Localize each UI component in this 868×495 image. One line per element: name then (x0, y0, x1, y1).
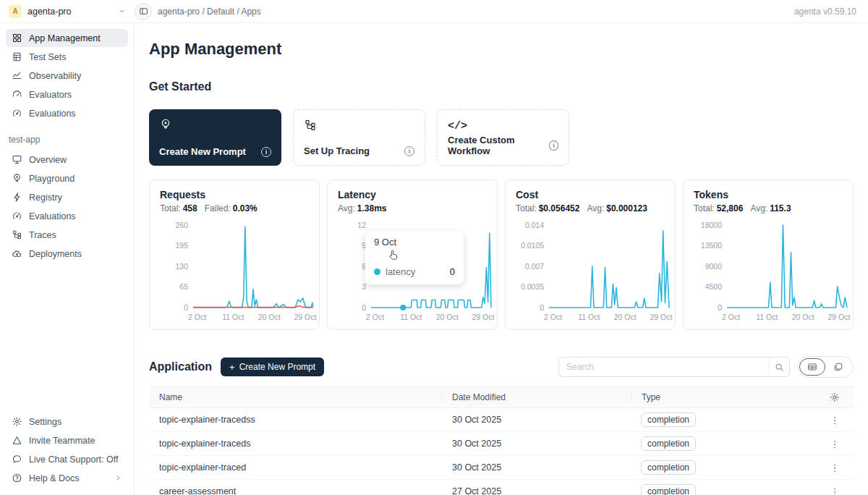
axis-tick-label: 29 Oct (650, 313, 672, 321)
column-header-date-modified[interactable]: Date Modified (441, 392, 631, 402)
sidebar-item-deployments[interactable]: Deployments (6, 245, 128, 263)
series-cost (549, 231, 669, 308)
monitor-icon (12, 154, 22, 165)
get-started-card-label: Create New Prompt (159, 146, 246, 157)
search-icon[interactable] (769, 358, 789, 376)
more-vertical-icon[interactable]: ⋮ (830, 486, 840, 495)
column-header-name[interactable]: Name (149, 392, 441, 402)
create-new-prompt-label: Create New Prompt (239, 362, 315, 372)
axis-tick-label: 4500 (705, 282, 723, 291)
speedometer-icon (12, 211, 22, 221)
metric-title: Cost (516, 189, 665, 200)
workspace-selector[interactable]: A agenta-pro (0, 5, 135, 18)
applications-table: Name Date Modified Type topic-explainer-… (149, 386, 854, 495)
app-name-cell[interactable]: topic-explainer-traced (149, 462, 441, 473)
table-row[interactable]: topic-explainer-traced30 Oct 2025complet… (149, 456, 854, 480)
chart-icon (12, 70, 22, 81)
table-row[interactable]: career-assessment27 Oct 2025completion⋮ (149, 480, 854, 495)
axis-tick-label: 18000 (701, 221, 722, 229)
table-row[interactable]: topic-explainer-traceds30 Oct 2025comple… (149, 432, 854, 456)
sidebar-item-label: Help & Docs (29, 473, 79, 483)
metric-stats: Total:458Failed:0.03% (160, 203, 309, 213)
metric-card-latency: LatencyAvg:1.38ms0369122 Oct11 Oct20 Oct… (327, 179, 498, 330)
table-header-row: Name Date Modified Type (149, 387, 854, 408)
sidebar-toggle-button[interactable] (135, 3, 152, 20)
create-new-prompt-button[interactable]: + Create New Prompt (221, 358, 324, 376)
hovered-point-marker (400, 305, 406, 310)
sidebar-item-overview[interactable]: Overview (6, 151, 128, 169)
metric-stat: Avg:1.38ms (338, 203, 387, 213)
sidebar-item-app-management[interactable]: App Management (6, 29, 128, 47)
gear-icon (12, 416, 22, 427)
app-name-cell[interactable]: topic-explainer-tracedss (149, 415, 441, 425)
sidebar-item-settings[interactable]: Settings (6, 412, 128, 431)
metric-card-tokens: TokensTotal:52,806Avg:115.30450090001350… (683, 179, 854, 330)
table-row[interactable]: topic-explainer-tracedss30 Oct 2025compl… (149, 408, 854, 432)
breadcrumb[interactable]: agenta-pro / Default / Apps (158, 7, 261, 17)
sidebar-item-registry[interactable]: Registry (6, 188, 128, 206)
sidebar-item-evaluations[interactable]: Evaluations (6, 104, 128, 122)
view-toggle (797, 356, 854, 378)
table-view-button[interactable] (799, 358, 825, 376)
tokens-chart[interactable]: 04500900013500180002 Oct11 Oct20 Oct29 O… (694, 219, 853, 325)
axis-tick-label: 11 Oct (222, 313, 244, 321)
info-icon[interactable]: i (549, 140, 558, 151)
row-actions: ⋮ (816, 486, 854, 495)
row-actions: ⋮ (816, 415, 854, 426)
sidebar-item-live-chat-support-off[interactable]: Live Chat Support: Off (6, 450, 128, 468)
table-settings-button[interactable] (816, 392, 854, 402)
sidebar-item-label: Invite Teammate (29, 436, 95, 446)
sidebar-item-evaluations[interactable]: Evaluations (6, 207, 128, 225)
axis-tick-label: 20 Oct (614, 313, 637, 321)
type-badge: completion (641, 484, 696, 495)
card-view-icon (833, 362, 843, 372)
sidebar-item-evaluators[interactable]: Evaluators (6, 85, 128, 103)
card-view-button[interactable] (825, 358, 851, 376)
axis-tick-label: 0 (718, 303, 722, 312)
axis-tick-label: 0 (362, 303, 366, 312)
cost-chart[interactable]: 00.00350.0070.01050.0142 Oct11 Oct20 Oct… (516, 219, 675, 325)
speedometer-icon (12, 108, 22, 119)
chevron-down-icon (118, 7, 126, 15)
metric-stats: Total:$0.056452Avg:$0.000123 (516, 203, 665, 213)
sidebar-item-invite-teammate[interactable]: Invite Teammate (6, 431, 128, 449)
sidebar-item-label: Observability (29, 71, 81, 81)
more-vertical-icon[interactable]: ⋮ (830, 415, 840, 426)
sidebar-item-traces[interactable]: Traces (6, 226, 128, 244)
axis-tick-label: 0.007 (525, 262, 544, 271)
get-started-card-set-up-tracing[interactable]: Set Up Tracingi (293, 109, 425, 166)
sidebar-item-observability[interactable]: Observability (6, 67, 128, 85)
requests-chart[interactable]: 0651301952602 Oct11 Oct20 Oct29 Oct (160, 219, 319, 325)
series-requests (193, 227, 313, 308)
app-name-cell[interactable]: topic-explainer-traceds (149, 439, 441, 449)
sidebar-item-playground[interactable]: Playground (6, 169, 128, 187)
more-vertical-icon[interactable]: ⋮ (830, 462, 840, 473)
sidebar: App ManagementTest SetsObservabilityEval… (0, 23, 135, 495)
info-icon[interactable]: i (261, 147, 271, 157)
sidebar-item-label: Evaluations (29, 109, 76, 119)
sidebar-item-label: Live Chat Support: Off (29, 454, 118, 465)
axis-tick-label: 0.0105 (521, 241, 544, 250)
tree-icon (12, 229, 22, 240)
gauge-icon (12, 89, 22, 100)
metric-title: Requests (160, 189, 309, 200)
search-input[interactable] (559, 362, 769, 372)
metric-title: Latency (338, 189, 487, 200)
metric-stat: Total:52,806 (694, 203, 743, 213)
info-icon[interactable]: i (404, 146, 414, 156)
sidebar-item-test-sets[interactable]: Test Sets (6, 48, 128, 66)
sidebar-item-help-docs[interactable]: Help & Docs (6, 469, 128, 487)
get-started-card-create-custom-workflow[interactable]: </>Create Custom Workflowi (437, 109, 569, 166)
more-vertical-icon[interactable]: ⋮ (830, 439, 840, 449)
tooltip-value: 0 (450, 266, 455, 277)
sidebar-footer-nav: SettingsInvite TeammateLive Chat Support… (6, 412, 128, 488)
get-started-card-create-new-prompt[interactable]: Create New Prompti (149, 109, 281, 166)
column-header-type[interactable]: Type (631, 392, 816, 402)
metric-card-cost: CostTotal:$0.056452Avg:$0.00012300.00350… (505, 179, 676, 330)
sidebar-app-nav: OverviewPlaygroundRegistryEvaluationsTra… (6, 151, 128, 263)
metric-stat: Avg:$0.000123 (587, 203, 647, 213)
code-icon: </> (448, 119, 558, 132)
app-name-cell[interactable]: career-assessment (149, 486, 441, 495)
axis-tick-label: 65 (179, 282, 188, 291)
axis-tick-label: 9000 (705, 262, 723, 271)
